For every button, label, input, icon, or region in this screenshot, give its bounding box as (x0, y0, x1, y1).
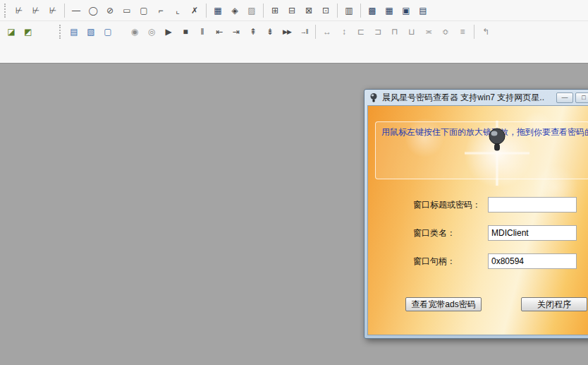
toolbar-separator (360, 4, 361, 18)
window-title-or-password-input[interactable] (488, 197, 577, 213)
center-horizontal-icon[interactable]: ≍ (421, 24, 436, 40)
window-class-name-input[interactable] (488, 225, 577, 241)
pause-icon[interactable]: ‖ (195, 24, 210, 40)
field-label-title-or-password: 窗口标题或密码： (413, 197, 481, 213)
rounded-rectangle-tool-icon[interactable]: ▢ (136, 3, 152, 18)
ellipse-tool-icon[interactable]: ◯ (85, 3, 101, 18)
paste-special-icon[interactable]: ◪ (4, 24, 19, 40)
mute-icon[interactable]: ◎ (144, 24, 159, 40)
bring-front-icon[interactable]: ⊠ (301, 3, 317, 18)
picture-frame-icon[interactable]: ▩ (365, 3, 380, 18)
delete-tool-icon[interactable]: ✗ (187, 3, 202, 18)
fast-forward-icon[interactable]: ▶▶ (279, 24, 295, 40)
distribute-icon[interactable]: ≡ (455, 24, 470, 40)
toolbar-gap (116, 32, 126, 32)
line-tool-icon[interactable]: — (68, 3, 84, 18)
no-fill-icon[interactable]: ⊘ (102, 3, 118, 18)
maximize-button[interactable]: □ (575, 92, 588, 103)
toolbar-separator (206, 4, 207, 18)
tile-windows-icon[interactable]: ▧ (83, 24, 99, 40)
picture-frame-icon[interactable]: ▦ (381, 3, 397, 18)
titlebar-buttons: — □ (554, 92, 588, 103)
toolbar-area: ⊬⊬⊬—◯⊘▭▢⌐⌞✗▦◈▨⊞⊟⊠⊡▥▩▦▣▤ ◪◩▤▧▢◉◎▶■‖⇤⇥⇞⇟▶▶… (0, 0, 588, 64)
toolbar-gap (37, 32, 58, 32)
toolbar-separator (474, 25, 474, 39)
connector-tool-icon[interactable]: ⊬ (28, 3, 44, 18)
password-viewer-window: 晨风星号密码查看器 支持win7 支持网页星... — □ 用鼠标左键按住下面的… (364, 89, 588, 339)
space-horizontal-icon[interactable]: ↔ (319, 24, 335, 40)
align-top-icon[interactable]: ⊓ (387, 24, 403, 40)
step-up-icon[interactable]: ⇞ (245, 24, 261, 40)
field-row-class-name: 窗口类名： (368, 225, 588, 241)
center-vertical-icon[interactable]: ≎ (438, 24, 453, 40)
stop-icon[interactable]: ■ (178, 24, 193, 40)
toolbar-separator (315, 25, 316, 39)
space-vertical-icon[interactable]: ↕ (336, 24, 352, 40)
minimize-button[interactable]: — (556, 92, 573, 103)
new-window-icon[interactable]: ▢ (100, 24, 116, 40)
field-label-handle: 窗口句柄： (413, 253, 455, 269)
field-row-handle: 窗口句柄： (368, 253, 588, 269)
align-bottom-icon[interactable]: ⊔ (404, 24, 419, 40)
window-title: 晨风星号密码查看器 支持win7 支持网页星... (382, 92, 544, 104)
speaker-icon[interactable]: ◉ (127, 24, 142, 40)
step-forward-icon[interactable]: ⇥ (228, 24, 244, 40)
screen: ⊬⊬⊬—◯⊘▭▢⌐⌞✗▦◈▨⊞⊟⊠⊡▥▩▦▣▤ ◪◩▤▧▢◉◎▶■‖⇤⇥⇞⇟▶▶… (0, 0, 588, 365)
toolbar-separator (64, 4, 65, 18)
image-tool-icon[interactable]: ▦ (210, 3, 226, 18)
toolbar-row-2: ◪◩▤▧▢◉◎▶■‖⇤⇥⇞⇟▶▶→‖↔↕⊏⊐⊓⊔≍≎≡↰ (0, 21, 588, 42)
window-handle-input[interactable] (488, 253, 577, 269)
align-left-icon[interactable]: ⊏ (353, 24, 369, 40)
send-backward-icon[interactable]: ⊟ (284, 3, 300, 18)
connector-tool-icon[interactable]: ⊬ (45, 3, 61, 18)
titlebar[interactable]: 晨风星号密码查看器 支持win7 支持网页星... — □ (365, 90, 588, 105)
toolbar-separator (337, 4, 338, 18)
instruction-box: 用鼠标左键按住下面的放大镜不放，拖到你要查看密码的 (375, 121, 588, 179)
play-icon[interactable]: ▶ (161, 24, 176, 40)
columns-icon[interactable]: ▥ (341, 3, 357, 18)
pattern-tool-icon[interactable]: ▨ (244, 3, 259, 18)
app-icon (369, 92, 379, 102)
dialog-body: 用鼠标左键按住下面的放大镜不放，拖到你要查看密码的 窗口标题或密码： 窗口类名： (367, 105, 588, 335)
bring-forward-icon[interactable]: ⊞ (267, 3, 283, 18)
rectangle-tool-icon[interactable]: ▭ (119, 3, 135, 18)
field-label-class-name: 窗口类名： (413, 225, 455, 241)
cascade-windows-icon[interactable]: ▤ (66, 24, 82, 40)
polyline-tool-icon[interactable]: ⌞ (170, 3, 185, 18)
step-down-icon[interactable]: ⇟ (262, 24, 278, 40)
picture-frame-icon[interactable]: ▣ (398, 3, 414, 18)
copy-style-icon[interactable]: ◩ (20, 24, 36, 40)
field-row-title-or-password: 窗口标题或密码： (368, 197, 588, 213)
toolbar-grip[interactable] (59, 25, 62, 39)
instruction-text: 用鼠标左键按住下面的放大镜不放，拖到你要查看密码的 (376, 122, 588, 138)
stamp-tool-icon[interactable]: ◈ (227, 3, 243, 18)
toolbar-row-1: ⊬⊬⊬—◯⊘▭▢⌐⌞✗▦◈▨⊞⊟⊠⊡▥▩▦▣▤ (0, 0, 588, 21)
send-back-icon[interactable]: ⊡ (318, 3, 333, 18)
step-back-icon[interactable]: ⇤ (212, 24, 227, 40)
picture-frame-icon[interactable]: ▤ (415, 3, 431, 18)
go-end-icon[interactable]: →‖ (296, 24, 312, 40)
connector-tool-icon[interactable]: ⊬ (11, 3, 27, 18)
corner-tool-icon[interactable]: ⌐ (153, 3, 169, 18)
magnifier-icon[interactable] (486, 127, 508, 152)
return-icon[interactable]: ↰ (478, 24, 494, 40)
toolbar-separator (263, 4, 264, 18)
align-right-icon[interactable]: ⊐ (370, 24, 386, 40)
close-program-button[interactable]: 关闭程序 (521, 297, 587, 311)
toolbar-grip[interactable] (4, 4, 7, 18)
view-adsl-password-button[interactable]: 查看宽带ads密码 (405, 297, 482, 311)
